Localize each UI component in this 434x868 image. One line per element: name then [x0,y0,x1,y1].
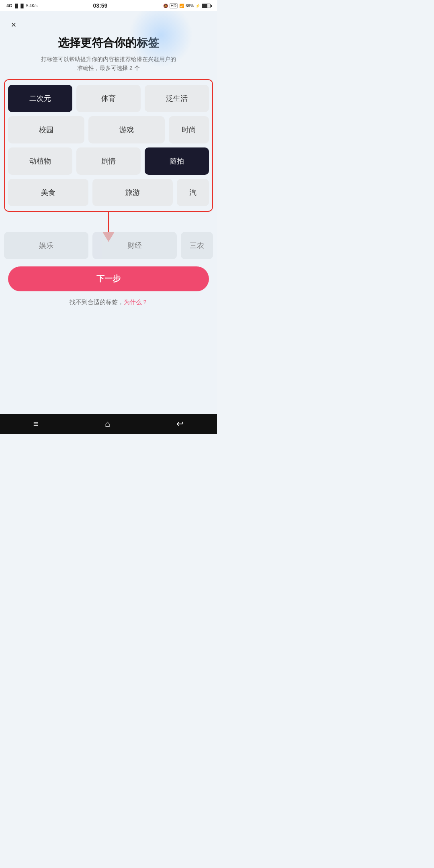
signal-text: 4G [6,3,12,8]
alarm-icon: 🔕 [163,4,168,8]
next-button[interactable]: 下一步 [8,266,209,291]
tags-row-3: 动植物 剧情 随拍 [8,147,209,175]
nav-menu-icon[interactable]: ≡ [33,419,39,429]
status-bar: 4G ▐▌▐▌ 5.4K/s 03:59 🔕 HD 📶 66% ⚡ [0,0,217,11]
tag-娱乐[interactable]: 娱乐 [4,232,88,259]
tag-校园[interactable]: 校园 [8,116,84,143]
battery-text: 66% [186,4,194,8]
signal-bars-icon: ▐▌▐▌ [14,4,25,8]
page-title: 选择更符合你的标签 [0,35,217,51]
outer-tags-row: 娱乐 财经 三农 [0,232,217,259]
status-right: 🔕 HD 📶 66% ⚡ [163,3,211,8]
tag-旅游[interactable]: 旅游 [92,179,173,206]
tag-时尚[interactable]: 时尚 [169,116,209,143]
close-button[interactable]: × [6,18,21,32]
tag-泛生活[interactable]: 泛生活 [145,85,209,112]
page-subtitle: 打标签可以帮助提升你的内容被推荐给潜在兴趣用户的准确性，最多可选择 2 个 [0,55,217,73]
battery-icon [202,4,211,8]
tags-container: 二次元 体育 泛生活 校园 游戏 时尚 动植物 [4,79,213,212]
tags-row-4: 美食 旅游 汽 [8,179,209,206]
tag-游戏[interactable]: 游戏 [88,116,165,143]
tag-美食[interactable]: 美食 [8,179,88,206]
charging-icon: ⚡ [195,4,200,8]
main-content: × 选择更符合你的标签 打标签可以帮助提升你的内容被推荐给潜在兴趣用户的准确性，… [0,11,217,414]
status-left: 4G ▐▌▐▌ 5.4K/s [6,3,37,8]
hint-static-text: 找不到合适的标签， [70,299,124,305]
tag-动植物[interactable]: 动植物 [8,147,72,175]
tag-汽[interactable]: 汽 [177,179,209,206]
hd-badge: HD [170,3,178,8]
tag-二次元[interactable]: 二次元 [8,85,72,112]
tags-row-1: 二次元 体育 泛生活 [8,85,209,112]
wifi-icon: 📶 [179,4,184,8]
tags-row-2: 校园 游戏 时尚 [8,116,209,143]
nav-back-icon[interactable]: ↩ [176,419,184,429]
speed-text: 5.4K/s [26,4,37,8]
tag-随拍[interactable]: 随拍 [145,147,209,175]
time-display: 03:59 [93,2,108,9]
title-section: 选择更符合你的标签 打标签可以帮助提升你的内容被推荐给潜在兴趣用户的准确性，最多… [0,11,217,79]
tag-体育[interactable]: 体育 [76,85,141,112]
tag-财经[interactable]: 财经 [92,232,177,259]
nav-home-icon[interactable]: ⌂ [105,419,110,429]
hint-link[interactable]: 为什么？ [124,299,148,305]
tag-三农[interactable]: 三农 [181,232,213,259]
hint-container: 找不到合适的标签，为什么？ [0,299,217,306]
nav-bar: ≡ ⌂ ↩ [0,414,217,434]
tag-剧情[interactable]: 剧情 [76,147,141,175]
